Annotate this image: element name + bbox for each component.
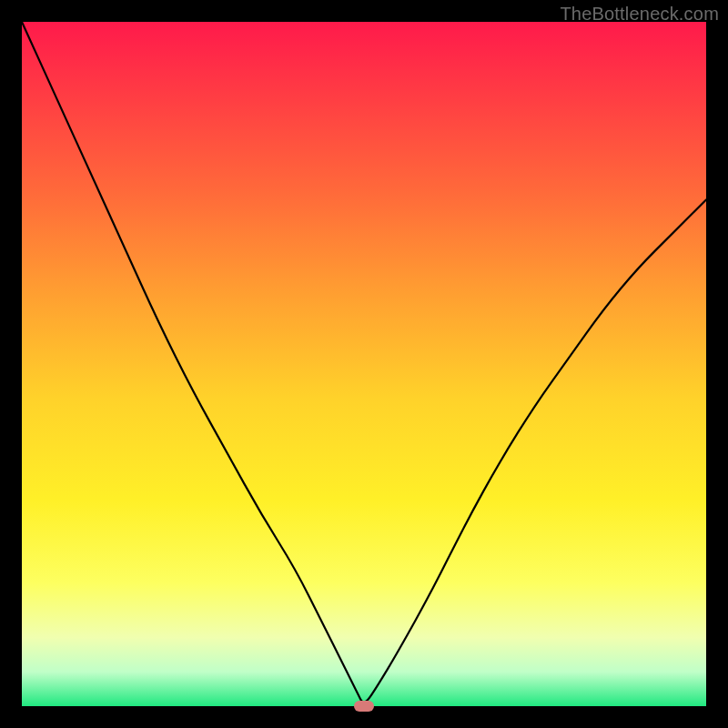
watermark-text: TheBottleneck.com xyxy=(560,4,719,25)
optimum-marker xyxy=(354,701,374,712)
chart-plot-area xyxy=(22,22,706,706)
bottleneck-curve xyxy=(22,22,706,706)
